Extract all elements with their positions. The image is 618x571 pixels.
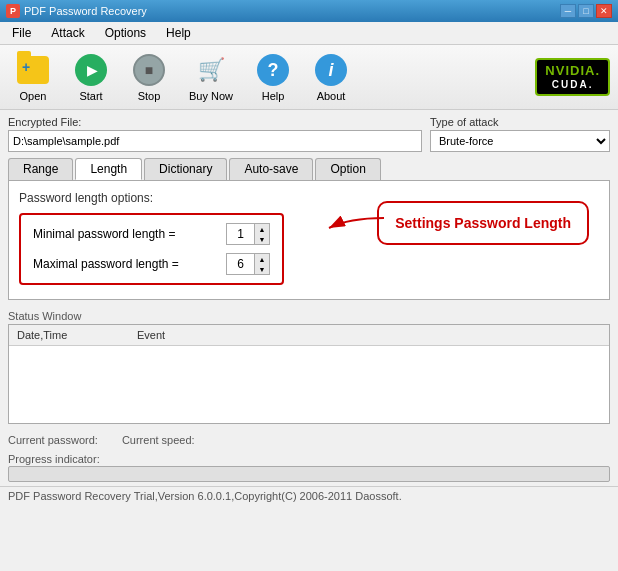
app-icon: P — [6, 4, 20, 18]
bottom-info: Current password: Current speed: — [0, 430, 618, 450]
help-button[interactable]: Help — [248, 49, 298, 105]
open-button[interactable]: Open — [8, 49, 58, 105]
help-icon — [255, 52, 291, 88]
tab-option[interactable]: Option — [315, 158, 380, 180]
status-header: Date,Time Event — [9, 325, 609, 346]
menu-options[interactable]: Options — [97, 24, 154, 42]
max-password-input[interactable] — [227, 254, 255, 274]
nvidia-label: NVIDIA. — [545, 64, 600, 78]
current-password-label: Current password: — [8, 434, 98, 446]
status-bar: PDF Password Recovery Trial,Version 6.0.… — [0, 486, 618, 505]
help-label: Help — [262, 90, 285, 102]
col-date: Date,Time — [13, 327, 133, 343]
min-password-row: Minimal password length = ▲ ▼ — [33, 223, 270, 245]
menu-bar: File Attack Options Help — [0, 22, 618, 45]
current-speed-label: Current speed: — [122, 434, 195, 446]
max-increment-button[interactable]: ▲ — [255, 254, 269, 264]
open-label: Open — [20, 90, 47, 102]
progress-label: Progress indicator: — [8, 453, 100, 465]
progress-row: Progress indicator: — [0, 450, 618, 486]
start-label: Start — [79, 90, 102, 102]
window-title: PDF Password Recovery — [24, 5, 147, 17]
file-label: Encrypted File: — [8, 116, 422, 128]
progress-bar-container — [8, 466, 610, 482]
title-bar: P PDF Password Recovery ─ □ ✕ — [0, 0, 618, 22]
menu-file[interactable]: File — [4, 24, 39, 42]
attack-type-select[interactable]: Brute-force Dictionary Smart force — [430, 130, 610, 152]
buynow-label: Buy Now — [189, 90, 233, 102]
max-spinner-buttons: ▲ ▼ — [255, 254, 269, 274]
buynow-icon: 🛒 — [193, 52, 229, 88]
start-button[interactable]: Start — [66, 49, 116, 105]
start-icon — [73, 52, 109, 88]
file-row: Encrypted File: Type of attack Brute-for… — [8, 116, 610, 152]
about-label: About — [317, 90, 346, 102]
min-password-spinner[interactable]: ▲ ▼ — [226, 223, 270, 245]
close-button[interactable]: ✕ — [596, 4, 612, 18]
max-password-spinner[interactable]: ▲ ▼ — [226, 253, 270, 275]
title-controls: ─ □ ✕ — [560, 4, 612, 18]
min-decrement-button[interactable]: ▼ — [255, 234, 269, 244]
status-bar-text: PDF Password Recovery Trial,Version 6.0.… — [8, 490, 402, 502]
file-input[interactable] — [8, 130, 422, 152]
max-password-label: Maximal password length = — [33, 257, 218, 271]
file-group: Encrypted File: — [8, 116, 422, 152]
tab-dictionary[interactable]: Dictionary — [144, 158, 227, 180]
title-bar-left: P PDF Password Recovery — [6, 4, 147, 18]
min-password-input[interactable] — [227, 224, 255, 244]
status-section: Status Window Date,Time Event — [0, 310, 618, 424]
callout-box: Settings Password Length — [377, 201, 589, 245]
tab-content-length: Password length options: Minimal passwor… — [8, 180, 610, 300]
status-table: Date,Time Event — [8, 324, 610, 424]
attack-label: Type of attack — [430, 116, 610, 128]
current-speed-row: Current speed: — [122, 434, 199, 446]
tab-autosave[interactable]: Auto-save — [229, 158, 313, 180]
min-password-label: Minimal password length = — [33, 227, 218, 241]
min-spinner-buttons: ▲ ▼ — [255, 224, 269, 244]
current-password-row: Current password: — [8, 434, 102, 446]
max-password-row: Maximal password length = ▲ ▼ — [33, 253, 270, 275]
col-event: Event — [133, 327, 605, 343]
open-icon — [15, 52, 51, 88]
toolbar: Open Start Stop 🛒 Buy Now Help About NVI… — [0, 45, 618, 110]
status-window-label: Status Window — [8, 310, 610, 322]
menu-help[interactable]: Help — [158, 24, 199, 42]
maximize-button[interactable]: □ — [578, 4, 594, 18]
password-options-box: Minimal password length = ▲ ▼ Maximal pa… — [19, 213, 284, 285]
max-decrement-button[interactable]: ▼ — [255, 264, 269, 274]
cuda-label: CUDA. — [552, 79, 594, 90]
attack-group: Type of attack Brute-force Dictionary Sm… — [430, 116, 610, 152]
tab-range[interactable]: Range — [8, 158, 73, 180]
stop-button[interactable]: Stop — [124, 49, 174, 105]
about-icon — [313, 52, 349, 88]
about-button[interactable]: About — [306, 49, 356, 105]
tab-length[interactable]: Length — [75, 158, 142, 180]
tabs-bar: Range Length Dictionary Auto-save Option — [8, 158, 610, 180]
min-increment-button[interactable]: ▲ — [255, 224, 269, 234]
nvidia-badge: NVIDIA. CUDA. — [535, 58, 610, 95]
buynow-button[interactable]: 🛒 Buy Now — [182, 49, 240, 105]
minimize-button[interactable]: ─ — [560, 4, 576, 18]
stop-icon — [131, 52, 167, 88]
main-content: Encrypted File: Type of attack Brute-for… — [0, 110, 618, 306]
menu-attack[interactable]: Attack — [43, 24, 92, 42]
callout-text: Settings Password Length — [395, 215, 571, 231]
stop-label: Stop — [138, 90, 161, 102]
